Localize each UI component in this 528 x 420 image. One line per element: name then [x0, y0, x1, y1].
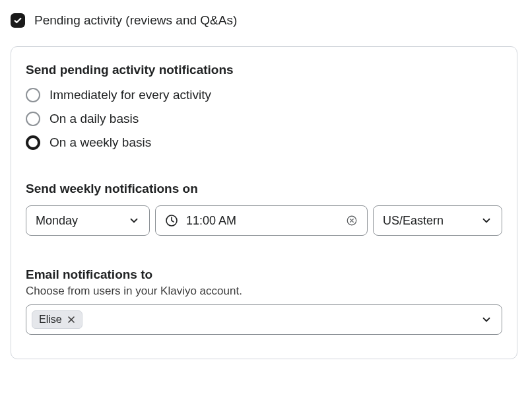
day-select-value: Monday	[36, 214, 78, 228]
timezone-select[interactable]: US/Eastern	[373, 205, 502, 236]
frequency-title: Send pending activity notifications	[26, 63, 502, 77]
clock-icon	[165, 214, 178, 227]
timezone-select-value: US/Eastern	[383, 214, 444, 228]
pending-activity-checkbox[interactable]	[11, 13, 25, 28]
remove-recipient-icon[interactable]	[67, 316, 75, 324]
radio-daily-label: On a daily basis	[50, 112, 139, 126]
settings-card: Send pending activity notifications Imme…	[11, 46, 517, 359]
radio-immediately-input[interactable]	[26, 88, 40, 102]
chevron-down-icon	[480, 215, 492, 227]
time-value: 11:00 AM	[186, 214, 338, 228]
radio-immediately[interactable]: Immediately for every activity	[26, 88, 502, 102]
time-input[interactable]: 11:00 AM	[155, 205, 368, 236]
clear-time-icon[interactable]	[346, 215, 358, 227]
pending-activity-label: Pending activity (reviews and Q&As)	[34, 13, 237, 28]
radio-immediately-label: Immediately for every activity	[50, 88, 211, 102]
schedule-label: Send weekly notifications on	[26, 182, 502, 196]
day-select[interactable]: Monday	[26, 205, 150, 236]
schedule-row: Monday 11:00 AM US/Eastern	[26, 205, 502, 236]
radio-daily-input[interactable]	[26, 112, 40, 126]
chevron-down-icon	[480, 314, 492, 326]
radio-weekly[interactable]: On a weekly basis	[26, 135, 502, 150]
frequency-radio-group: Immediately for every activity On a dail…	[26, 88, 502, 150]
check-icon	[13, 16, 22, 25]
recipient-chip: Elise	[32, 310, 82, 329]
chevron-down-icon	[128, 215, 140, 227]
recipient-chip-label: Elise	[39, 314, 62, 326]
radio-daily[interactable]: On a daily basis	[26, 112, 502, 126]
radio-weekly-label: On a weekly basis	[50, 135, 151, 150]
recipients-select[interactable]: Elise	[26, 304, 502, 335]
radio-weekly-input[interactable]	[26, 135, 40, 150]
recipients-label: Email notifications to	[26, 267, 502, 282]
recipients-help: Choose from users in your Klaviyo accoun…	[26, 285, 502, 298]
